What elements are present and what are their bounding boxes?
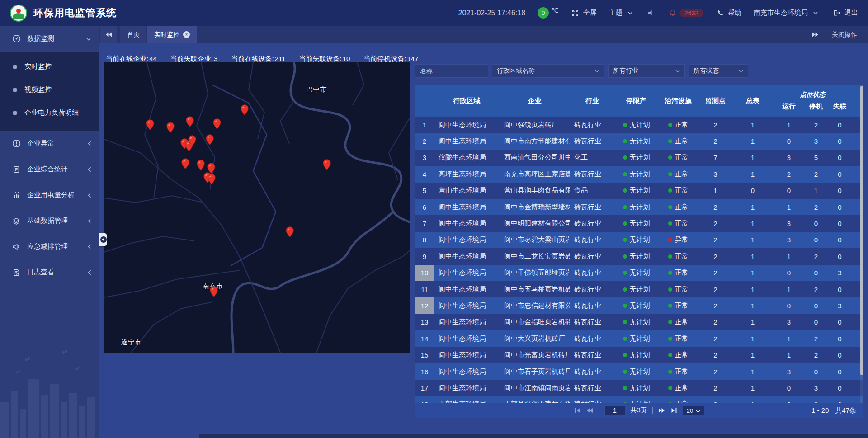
prev-page-button[interactable] [586,408,593,413]
notifications-button[interactable]: 2632 [668,9,703,18]
table-row[interactable]: 9阆中生态环境局阆中市二龙长宝页岩砖砖瓦行业无计划正常21120 [415,248,863,264]
sidebar-subitem-video-monitoring[interactable]: 视频监控 [0,78,99,101]
tabs-scroll-left-button[interactable] [100,26,117,43]
cell-limit-status: 无计划 [615,380,658,396]
alert-circle-icon [12,139,21,148]
map-pin-icon[interactable] [213,118,222,130]
table-row[interactable]: 14阆中生态环境局阆中大兴页岩机砖厂砖瓦行业无计划正常21120 [415,330,863,347]
sidebar-subitem-realtime-monitoring[interactable]: 实时监控 [0,55,99,78]
table-row[interactable]: 2阆中生态环境局阆中市南方节能建材有砖瓦行业无计划正常21030 [415,133,863,149]
help-button[interactable]: 帮助 [716,9,741,18]
cell-facility-status: 正常 [658,248,698,264]
sound-button[interactable] [647,9,656,18]
cell-meters: 1 [732,133,773,149]
region-filter-select[interactable]: 行政区域名称 [492,64,604,78]
table-row[interactable]: 4高坪生态环境局南充市高坪区王家店建砖瓦行业无计划正常31220 [415,166,863,182]
theme-menu-button[interactable]: 主题 [609,9,635,18]
page-number-input[interactable] [604,405,625,415]
cell-company: 南充市高坪区王家店建 [500,166,570,182]
sidebar-item-enterprise-statistics[interactable]: 企业综合统计 [0,156,99,182]
map-pin-icon[interactable] [210,286,218,297]
status-dot [623,320,627,324]
status-filter-select[interactable]: 所有状态 [689,64,748,78]
cell-running: 3 [773,314,805,330]
cell-company: 阆中明阳建材有限公司 [500,215,570,231]
sidebar-item-base-data-management[interactable]: 基础数据管理 [0,208,99,234]
table-row[interactable]: 17阆中生态环境局阆中市江南镇阆南页岩砖瓦行业无计划正常21030 [415,380,863,396]
cell-points: 2 [698,215,732,231]
row-index: 16 [415,363,434,380]
cell-points: 2 [698,117,732,133]
cell-limit-status: 无计划 [615,347,658,363]
map-pin-icon[interactable] [197,160,205,171]
status-dot [668,353,672,357]
status-dot [623,221,627,226]
table-row[interactable]: 10阆中生态环境局阆中千佛镇五郎垭页岩砖瓦行业无计划正常21003 [415,265,863,281]
industry-filter-select[interactable]: 所有行业 [608,64,685,78]
tab-close-icon[interactable]: × [183,31,190,38]
table-row[interactable]: 18南部生态环境局南部县双华山建材有限建材行业无计划正常21030 [415,396,863,403]
sidebar-item-log-view[interactable]: 日志查看 [0,259,99,285]
cell-industry: 砖瓦行业 [570,265,615,281]
chevron-left-icon [88,167,91,172]
table-row[interactable]: 7阆中生态环境局阆中明阳建材有限公司砖瓦行业无计划正常21300 [415,215,863,231]
chevron-left-icon [88,244,91,250]
cell-stopped: 2 [805,117,827,133]
status-dot [668,221,672,226]
cell-industry: 化工 [570,150,615,166]
cell-stopped: 0 [805,363,827,380]
map-pin-icon[interactable] [188,135,197,146]
sidebar-item-enterprise-abnormal[interactable]: 企业异常 [0,131,99,156]
cell-facility-status: 正常 [658,281,698,297]
table-row[interactable]: 12阆中生态环境局阆中市忠信建材有限公砖瓦行业无计划正常21003 [415,297,863,314]
table-row[interactable]: 8阆中生态环境局阆中市枣碧大梁山页岩砖瓦行业无计划异常21300 [415,232,863,248]
page-size-select[interactable]: 20 [683,406,704,415]
table-row[interactable]: 1阆中生态环境局阆中强锐页岩砖厂砖瓦行业无计划正常21120 [415,117,863,133]
cell-industry: 砖瓦行业 [570,281,615,297]
table-row[interactable]: 16阆中生态环境局阆中市石子页岩机砖厂砖瓦行业无计划正常21300 [415,363,863,380]
cell-stopped: 3 [805,133,827,149]
table-row[interactable]: 13阆中生态环境局阆中市金福旺页岩机砖砖瓦行业无计划正常21300 [415,314,863,330]
map-pin-icon[interactable] [241,104,249,116]
map-pin-icon[interactable] [286,226,294,238]
sidebar-collapse-handle[interactable] [99,233,107,246]
next-page-button[interactable] [658,408,665,413]
map-pin-icon[interactable] [146,119,155,131]
map-pin-icon[interactable] [208,174,216,185]
table-row[interactable]: 11阆中生态环境局阆中市五马桥页岩机砖砖瓦行业无计划正常21120 [415,281,863,297]
sidebar-item-emergency-reduction[interactable]: 应急减排管理 [0,234,99,259]
status-dot [668,123,672,127]
sidebar-item-data-monitoring[interactable]: 数据监测 [0,26,99,52]
logout-button[interactable]: 退出 [832,9,858,18]
last-page-button[interactable] [671,408,677,413]
cell-stopped: 5 [805,150,827,166]
cell-stopped: 3 [805,380,827,396]
map-pin-icon[interactable] [166,122,175,133]
map-pin-icon[interactable] [323,159,331,170]
status-dot [668,304,672,308]
status-dot [623,386,627,390]
table-row[interactable]: 6阆中生态环境局阆中市金博瑞新型墙材砖瓦行业无计划正常21120 [415,199,863,215]
first-page-button[interactable] [574,408,580,413]
fullscreen-button[interactable]: 全屏 [571,9,597,18]
chevron-down-icon [739,70,743,72]
table-scrollbar-thumb[interactable] [860,86,863,375]
table-row[interactable]: 5营山生态环境局营山县润丰肉食品有限食品无计划正常10010 [415,183,863,199]
tab-realtime-monitoring[interactable]: 实时监控× [147,26,197,43]
map-panel[interactable]: 巴中市南充市遂宁市 [104,62,410,353]
map-pin-icon[interactable] [186,116,194,127]
sidebar-subitem-power-load-detail[interactable]: 企业电力负荷明细 [0,101,99,124]
map-pin-icon[interactable] [181,158,190,170]
map-pin-icon[interactable] [206,134,214,146]
cell-running: 0 [773,265,805,281]
table-row[interactable]: 15阆中生态环境局阆中市光富页岩机砖厂砖瓦行业无计划正常21120 [415,347,863,363]
cell-industry: 砖瓦行业 [570,363,615,380]
enterprise-panel: 行政区域名称 所有行业 所有状态 行政区域企业行业停限产治污设施监测点总表点位状… [415,64,863,418]
close-operations-button[interactable]: 关闭操作 [832,31,857,39]
name-filter-input[interactable] [415,64,488,78]
sidebar-item-power-usage-analysis[interactable]: 企业用电量分析 [0,182,99,208]
table-row[interactable]: 3仪陇生态环境局西南油气田分公司川中化工无计划正常71350 [415,150,863,166]
org-menu-button[interactable]: 南充市生态环境局 [754,9,820,18]
tab-home[interactable]: 首页 [120,26,146,43]
tabs-scroll-right-button[interactable] [812,32,819,38]
